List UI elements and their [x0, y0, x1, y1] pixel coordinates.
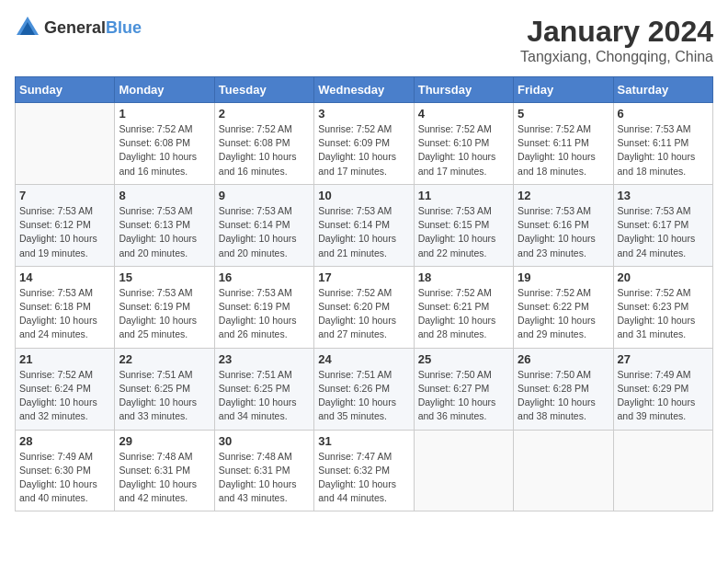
day-number: 19 — [518, 270, 609, 284]
day-info: Sunrise: 7:53 AM Sunset: 6:18 PM Dayligh… — [19, 286, 110, 342]
calendar-cell: 8Sunrise: 7:53 AM Sunset: 6:13 PM Daylig… — [115, 184, 214, 266]
day-number: 27 — [618, 352, 709, 366]
day-number: 15 — [119, 270, 210, 284]
day-info: Sunrise: 7:53 AM Sunset: 6:13 PM Dayligh… — [119, 204, 210, 260]
page-header: GeneralBlue January 2024 Tangxiang, Chon… — [15, 15, 713, 65]
day-info: Sunrise: 7:53 AM Sunset: 6:19 PM Dayligh… — [219, 286, 310, 342]
calendar-cell: 22Sunrise: 7:51 AM Sunset: 6:25 PM Dayli… — [115, 348, 214, 430]
calendar-cell: 28Sunrise: 7:49 AM Sunset: 6:30 PM Dayli… — [16, 430, 115, 511]
day-number: 16 — [219, 270, 310, 284]
day-info: Sunrise: 7:53 AM Sunset: 6:17 PM Dayligh… — [618, 204, 709, 260]
weekday-header-sunday: Sunday — [16, 77, 115, 103]
day-number: 12 — [518, 189, 609, 202]
calendar-cell: 2Sunrise: 7:52 AM Sunset: 6:08 PM Daylig… — [214, 103, 313, 185]
calendar-cell: 27Sunrise: 7:49 AM Sunset: 6:29 PM Dayli… — [613, 348, 712, 430]
calendar-cell: 31Sunrise: 7:47 AM Sunset: 6:32 PM Dayli… — [314, 430, 414, 511]
calendar-cell: 11Sunrise: 7:53 AM Sunset: 6:15 PM Dayli… — [414, 184, 513, 266]
day-number: 10 — [318, 189, 409, 202]
calendar-cell: 13Sunrise: 7:53 AM Sunset: 6:17 PM Dayli… — [613, 184, 712, 266]
logo-icon — [15, 15, 40, 40]
calendar-cell: 17Sunrise: 7:52 AM Sunset: 6:20 PM Dayli… — [314, 266, 414, 348]
day-number: 20 — [618, 270, 709, 284]
day-number: 31 — [318, 434, 409, 448]
calendar-cell: 24Sunrise: 7:51 AM Sunset: 6:26 PM Dayli… — [314, 348, 414, 430]
day-number: 25 — [418, 352, 509, 366]
day-number: 6 — [618, 107, 709, 121]
day-info: Sunrise: 7:52 AM Sunset: 6:22 PM Dayligh… — [518, 286, 609, 342]
calendar-subtitle: Tangxiang, Chongqing, China — [520, 49, 713, 65]
calendar-cell: 5Sunrise: 7:52 AM Sunset: 6:11 PM Daylig… — [514, 103, 613, 185]
calendar-cell: 1Sunrise: 7:52 AM Sunset: 6:08 PM Daylig… — [115, 103, 214, 185]
logo: GeneralBlue — [15, 15, 142, 40]
calendar-cell: 21Sunrise: 7:52 AM Sunset: 6:24 PM Dayli… — [16, 348, 115, 430]
logo-text-blue: Blue — [106, 18, 142, 37]
day-info: Sunrise: 7:49 AM Sunset: 6:29 PM Dayligh… — [618, 368, 709, 424]
day-number: 14 — [19, 270, 110, 284]
day-number: 28 — [19, 434, 110, 448]
day-info: Sunrise: 7:52 AM Sunset: 6:10 PM Dayligh… — [418, 122, 509, 178]
day-info: Sunrise: 7:52 AM Sunset: 6:21 PM Dayligh… — [418, 286, 509, 342]
day-info: Sunrise: 7:53 AM Sunset: 6:16 PM Dayligh… — [518, 204, 609, 260]
calendar-cell: 23Sunrise: 7:51 AM Sunset: 6:25 PM Dayli… — [214, 348, 313, 430]
day-info: Sunrise: 7:51 AM Sunset: 6:25 PM Dayligh… — [119, 368, 210, 424]
day-number: 1 — [119, 107, 210, 121]
calendar-cell: 29Sunrise: 7:48 AM Sunset: 6:31 PM Dayli… — [115, 430, 214, 511]
calendar-cell: 20Sunrise: 7:52 AM Sunset: 6:23 PM Dayli… — [613, 266, 712, 348]
title-area: January 2024 Tangxiang, Chongqing, China — [520, 15, 713, 65]
day-info: Sunrise: 7:50 AM Sunset: 6:27 PM Dayligh… — [418, 368, 509, 424]
day-number: 8 — [119, 189, 210, 202]
day-info: Sunrise: 7:53 AM Sunset: 6:19 PM Dayligh… — [119, 286, 210, 342]
calendar-cell — [16, 103, 115, 185]
weekday-header-wednesday: Wednesday — [314, 77, 414, 103]
calendar-cell: 12Sunrise: 7:53 AM Sunset: 6:16 PM Dayli… — [514, 184, 613, 266]
day-number: 26 — [518, 352, 609, 366]
day-info: Sunrise: 7:52 AM Sunset: 6:24 PM Dayligh… — [19, 368, 110, 424]
calendar-cell: 3Sunrise: 7:52 AM Sunset: 6:09 PM Daylig… — [314, 103, 414, 185]
day-info: Sunrise: 7:49 AM Sunset: 6:30 PM Dayligh… — [19, 450, 110, 506]
day-info: Sunrise: 7:53 AM Sunset: 6:12 PM Dayligh… — [19, 204, 110, 260]
calendar-cell: 19Sunrise: 7:52 AM Sunset: 6:22 PM Dayli… — [514, 266, 613, 348]
day-number: 2 — [219, 107, 310, 121]
day-info: Sunrise: 7:53 AM Sunset: 6:11 PM Dayligh… — [618, 122, 709, 178]
day-info: Sunrise: 7:53 AM Sunset: 6:14 PM Dayligh… — [318, 204, 409, 260]
day-info: Sunrise: 7:51 AM Sunset: 6:25 PM Dayligh… — [219, 368, 310, 424]
day-number: 11 — [418, 189, 509, 202]
calendar-cell: 9Sunrise: 7:53 AM Sunset: 6:14 PM Daylig… — [214, 184, 313, 266]
calendar-cell: 26Sunrise: 7:50 AM Sunset: 6:28 PM Dayli… — [514, 348, 613, 430]
day-number: 7 — [19, 189, 110, 202]
calendar-cell: 4Sunrise: 7:52 AM Sunset: 6:10 PM Daylig… — [414, 103, 513, 185]
weekday-header-friday: Friday — [514, 77, 613, 103]
day-info: Sunrise: 7:53 AM Sunset: 6:14 PM Dayligh… — [219, 204, 310, 260]
day-number: 29 — [119, 434, 210, 448]
calendar-cell: 18Sunrise: 7:52 AM Sunset: 6:21 PM Dayli… — [414, 266, 513, 348]
day-number: 17 — [318, 270, 409, 284]
day-number: 13 — [618, 189, 709, 202]
day-info: Sunrise: 7:47 AM Sunset: 6:32 PM Dayligh… — [318, 450, 409, 506]
calendar-cell: 10Sunrise: 7:53 AM Sunset: 6:14 PM Dayli… — [314, 184, 414, 266]
day-info: Sunrise: 7:52 AM Sunset: 6:08 PM Dayligh… — [119, 122, 210, 178]
calendar-cell: 25Sunrise: 7:50 AM Sunset: 6:27 PM Dayli… — [414, 348, 513, 430]
weekday-header-monday: Monday — [115, 77, 214, 103]
day-number: 5 — [518, 107, 609, 121]
day-number: 4 — [418, 107, 509, 121]
day-info: Sunrise: 7:48 AM Sunset: 6:31 PM Dayligh… — [219, 450, 310, 506]
day-number: 3 — [318, 107, 409, 121]
day-info: Sunrise: 7:53 AM Sunset: 6:15 PM Dayligh… — [418, 204, 509, 260]
day-info: Sunrise: 7:52 AM Sunset: 6:11 PM Dayligh… — [518, 122, 609, 178]
day-number: 22 — [119, 352, 210, 366]
weekday-header-saturday: Saturday — [613, 77, 712, 103]
day-number: 18 — [418, 270, 509, 284]
weekday-header-thursday: Thursday — [414, 77, 513, 103]
day-number: 21 — [19, 352, 110, 366]
calendar-cell: 14Sunrise: 7:53 AM Sunset: 6:18 PM Dayli… — [16, 266, 115, 348]
day-number: 30 — [219, 434, 310, 448]
day-info: Sunrise: 7:52 AM Sunset: 6:23 PM Dayligh… — [618, 286, 709, 342]
logo-text-general: General — [44, 18, 106, 37]
calendar-cell: 15Sunrise: 7:53 AM Sunset: 6:19 PM Dayli… — [115, 266, 214, 348]
day-info: Sunrise: 7:51 AM Sunset: 6:26 PM Dayligh… — [318, 368, 409, 424]
day-number: 23 — [219, 352, 310, 366]
day-number: 24 — [318, 352, 409, 366]
calendar-cell — [613, 430, 712, 511]
calendar-cell: 7Sunrise: 7:53 AM Sunset: 6:12 PM Daylig… — [16, 184, 115, 266]
day-info: Sunrise: 7:52 AM Sunset: 6:09 PM Dayligh… — [318, 122, 409, 178]
